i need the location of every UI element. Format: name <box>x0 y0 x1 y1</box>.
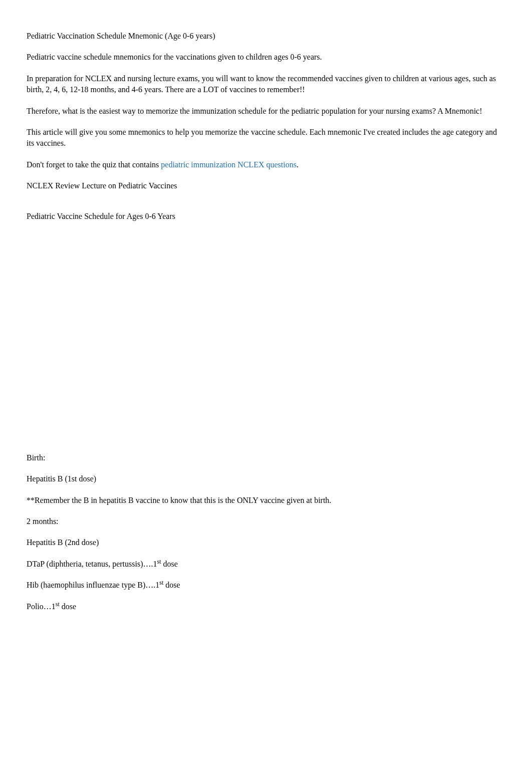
text-segment: B <box>84 496 89 504</box>
text-segment: Don't forget to take the quiz that conta… <box>27 160 161 169</box>
page-title: Pediatric Vaccination Schedule Mnemonic … <box>27 31 505 42</box>
text-segment: **Remember the <box>27 496 84 504</box>
section-heading-lecture: NCLEX Review Lecture on Pediatric Vaccin… <box>27 180 505 191</box>
vaccine-item-hib-2mo: Hib (haemophilus influenzae type B)….1st… <box>27 580 505 591</box>
text-segment: for the vaccinations given to children a… <box>150 53 322 61</box>
text-segment: in hepatitis B <box>89 496 133 504</box>
section-heading-schedule: Pediatric Vaccine Schedule for Ages 0-6 … <box>27 211 505 222</box>
nclex-questions-link[interactable]: pediatric immunization NCLEX questions <box>161 160 297 169</box>
text-segment: Hepatitis B <box>27 474 63 483</box>
text-segment: vaccine to know that this is the ONLY va… <box>134 496 314 504</box>
text-segment: Pediatric vaccine schedule mnemonics <box>27 53 150 61</box>
vaccine-item-hepb-2mo: Hepatitis B (2nd dose) <box>27 537 505 548</box>
vaccine-item-dtap-2mo: DTaP (diphtheria, tetanus, pertussis)….1… <box>27 559 505 570</box>
age-heading-2months: 2 months: <box>27 516 505 527</box>
spacer <box>27 202 505 211</box>
text-segment: dose <box>161 560 177 568</box>
ordinal-superscript: st <box>56 600 60 607</box>
vaccine-item-polio-2mo: Polio…1st dose <box>27 601 505 612</box>
intro-paragraph-5: Don't forget to take the quiz that conta… <box>27 159 505 170</box>
intro-paragraph-4: This article will give you some mnemonic… <box>27 127 505 149</box>
text-segment: (1st dose) <box>63 474 96 483</box>
text-segment: haemophilus influenzae type B)….1 <box>43 581 159 589</box>
text-segment: Polio…1 <box>27 602 56 611</box>
text-segment: Hib ( <box>27 581 43 589</box>
mnemonic-note-birth: **Remember the B in hepatitis B vaccine … <box>27 495 505 506</box>
intro-paragraph-1: Pediatric vaccine schedule mnemonics for… <box>27 52 505 63</box>
intro-paragraph-3: Therefore, what is the easiest way to me… <box>27 106 505 117</box>
text-segment: dose <box>60 602 76 611</box>
vaccine-item-hepb-birth: Hepatitis B (1st dose) <box>27 473 505 484</box>
text-segment: DTaP (diphtheria, tetanus, pertussis)….1 <box>27 560 157 568</box>
age-heading-birth: Birth: <box>27 452 505 463</box>
intro-paragraph-2: In preparation for NCLEX and nursing lec… <box>27 73 505 96</box>
spacer <box>27 232 505 452</box>
text-segment: dose <box>163 581 180 589</box>
text-segment: birth. <box>314 496 331 504</box>
text-segment: . <box>297 160 299 169</box>
